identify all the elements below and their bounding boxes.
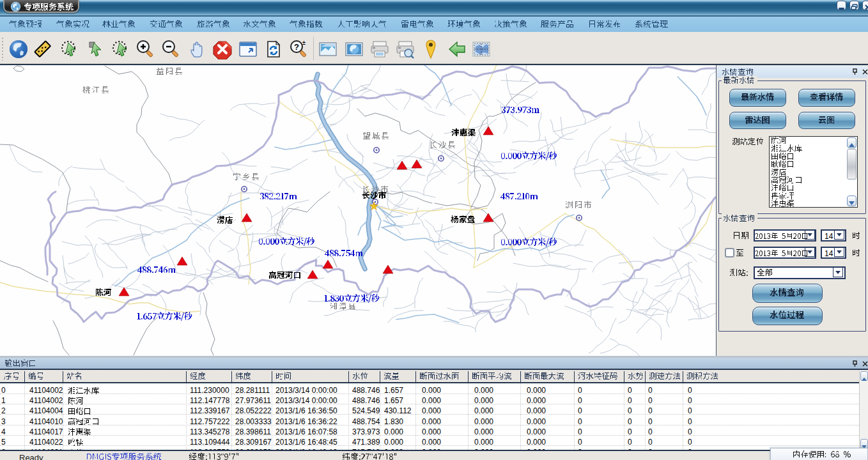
svg-text:?: ? (294, 42, 299, 52)
svg-text:±: ± (302, 40, 306, 46)
